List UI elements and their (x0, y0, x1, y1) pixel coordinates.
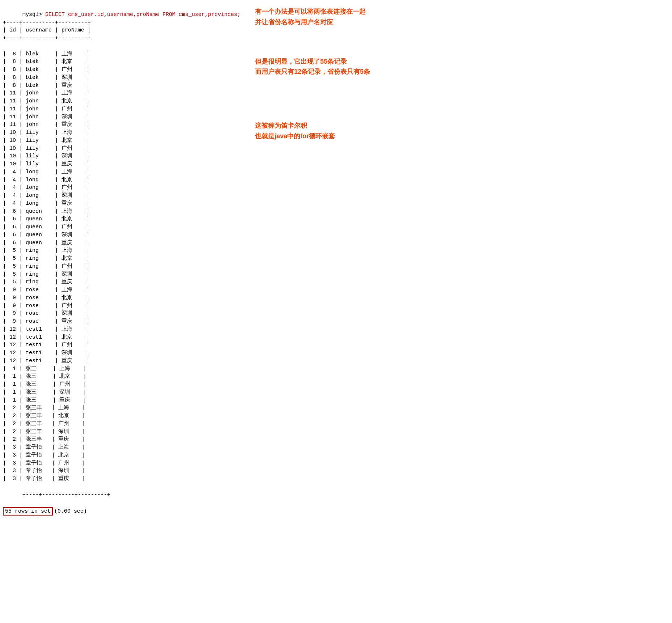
table-row: | 3 | 章子怡 | 上海 | (3, 444, 241, 452)
annotation-3-line2: 也就是java中的for循环嵌套 (255, 131, 669, 141)
table-row: | 6 | queen | 重庆 | (3, 239, 241, 247)
table-row: | 9 | rose | 重庆 | (3, 318, 241, 326)
table-row: | 3 | 章子怡 | 北京 | (3, 452, 241, 459)
table-row: | 3 | 章子怡 | 深圳 | (3, 467, 241, 475)
table-row: | 8 | blek | 北京 | (3, 58, 241, 66)
main-layout: mysql> SELECT cms_user.id,username,proNa… (3, 3, 669, 516)
footer: 55 rows in set (0.00 sec) (3, 507, 241, 516)
footer-time: (0.00 sec) (54, 508, 87, 514)
table-row: | 2 | 张三丰 | 广州 | (3, 420, 241, 428)
table-row: | 1 | 张三 | 深圳 | (3, 389, 241, 397)
annotations-panel: 有一个办法是可以将两张表连接在一起 并让省份名称与用户名对应 但是很明显，它出现… (241, 3, 669, 516)
table-row: | 8 | blek | 深圳 | (3, 74, 241, 82)
table-row: | 11 | john | 广州 | (3, 105, 241, 113)
table-row: | 3 | 章子怡 | 重庆 | (3, 475, 241, 483)
separator-bottom: +----+----------+---------+ (3, 483, 241, 507)
table-row: | 10 | lily | 重庆 | (3, 160, 241, 168)
table-row: | 6 | queen | 北京 | (3, 215, 241, 223)
table-row: | 12 | test1 | 深圳 | (3, 349, 241, 357)
annotation-2-line1: 但是很明显，它出现了55条记录 (255, 56, 669, 67)
annotation-2-line2: 而用户表只有12条记录，省份表只有5条 (255, 67, 669, 77)
table-row: | 5 | ring | 深圳 | (3, 271, 241, 279)
annotation-block-2: 但是很明显，它出现了55条记录 而用户表只有12条记录，省份表只有5条 (255, 56, 669, 77)
table-row: | 4 | long | 广州 | (3, 184, 241, 192)
terminal-panel: mysql> SELECT cms_user.id,username,proNa… (3, 3, 241, 516)
table-row: | 1 | 张三 | 广州 | (3, 381, 241, 389)
table-row: | 2 | 张三丰 | 重庆 | (3, 436, 241, 444)
annotation-1-line1: 有一个办法是可以将两张表连接在一起 (255, 7, 669, 17)
separator-mid: +----+----------+---------+ (3, 35, 91, 41)
table-row: | 11 | john | 重庆 | (3, 121, 241, 129)
table-row: | 2 | 张三丰 | 上海 | (3, 404, 241, 412)
table-row: | 5 | ring | 重庆 | (3, 278, 241, 286)
separator-top: +----+----------+---------+ (3, 20, 91, 26)
terminal-content: mysql> SELECT cms_user.id,username,proNa… (3, 3, 241, 50)
table-row: | 1 | 张三 | 北京 | (3, 373, 241, 381)
table-row: | 5 | ring | 北京 | (3, 255, 241, 263)
table-row: | 9 | rose | 广州 | (3, 302, 241, 310)
table-row: | 12 | test1 | 北京 | (3, 334, 241, 342)
table-row: | 9 | rose | 上海 | (3, 286, 241, 294)
annotation-block-1: 有一个办法是可以将两张表连接在一起 并让省份名称与用户名对应 (255, 7, 669, 27)
table-row: | 9 | rose | 北京 | (3, 294, 241, 302)
table-row: | 5 | ring | 上海 | (3, 247, 241, 255)
table-row: | 10 | lily | 上海 | (3, 129, 241, 137)
header-row: | id | username | proName | (3, 27, 91, 33)
table-rows: | 8 | blek | 上海 || 8 | blek | 北京 || 8 | … (3, 50, 241, 483)
table-row: | 8 | blek | 广州 | (3, 66, 241, 74)
prompt-prefix: mysql> (22, 12, 45, 18)
table-row: | 6 | queen | 广州 | (3, 223, 241, 231)
table-row: | 4 | long | 重庆 | (3, 200, 241, 208)
table-row: | 12 | test1 | 上海 | (3, 326, 241, 334)
table-row: | 1 | 张三 | 上海 | (3, 365, 241, 373)
table-row: | 12 | test1 | 广州 | (3, 341, 241, 349)
table-row: | 11 | john | 上海 | (3, 89, 241, 97)
table-row: | 10 | lily | 深圳 | (3, 152, 241, 160)
table-row: | 10 | lily | 北京 | (3, 137, 241, 145)
table-row: | 6 | queen | 深圳 | (3, 231, 241, 239)
annotation-block-3: 这被称为笛卡尔积 也就是java中的for循环嵌套 (255, 120, 669, 141)
table-row: | 9 | rose | 深圳 | (3, 310, 241, 318)
table-row: | 12 | test1 | 重庆 | (3, 357, 241, 365)
table-row: | 11 | john | 深圳 | (3, 113, 241, 121)
table-row: | 8 | blek | 重庆 | (3, 82, 241, 90)
table-row: | 10 | lily | 广州 | (3, 145, 241, 153)
table-row: | 2 | 张三丰 | 北京 | (3, 412, 241, 420)
table-row: | 8 | blek | 上海 | (3, 50, 241, 58)
table-row: | 5 | ring | 广州 | (3, 263, 241, 271)
table-row: | 3 | 章子怡 | 广州 | (3, 459, 241, 467)
table-row: | 1 | 张三 | 重庆 | (3, 397, 241, 404)
annotation-1-line2: 并让省份名称与用户名对应 (255, 17, 669, 27)
table-row: | 4 | long | 深圳 | (3, 192, 241, 200)
table-row: | 2 | 张三丰 | 深圳 | (3, 428, 241, 436)
table-row: | 4 | long | 北京 | (3, 176, 241, 184)
table-row: | 4 | long | 上海 | (3, 168, 241, 176)
table-row: | 11 | john | 北京 | (3, 97, 241, 105)
table-row: | 6 | queen | 上海 | (3, 208, 241, 216)
annotation-3-line1: 这被称为笛卡尔积 (255, 120, 669, 131)
sql-command: SELECT cms_user.id,username,proName FROM… (45, 12, 241, 18)
rows-badge: 55 rows in set (3, 507, 53, 516)
